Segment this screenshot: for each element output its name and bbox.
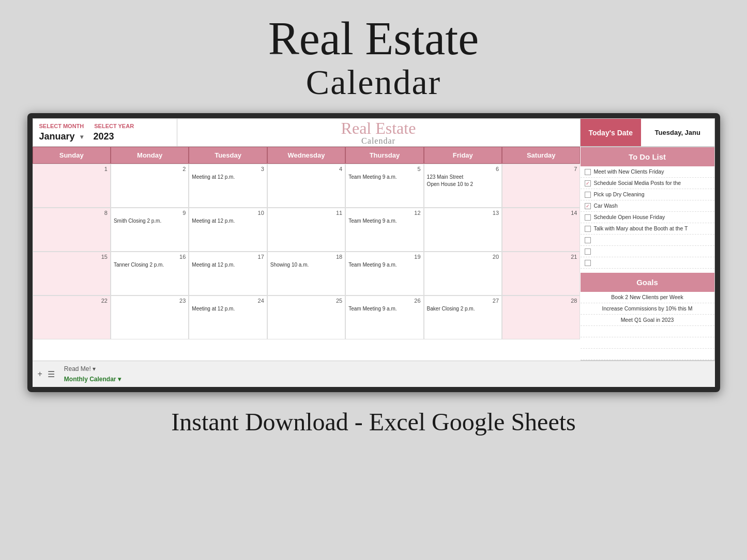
cal-cell-1-6[interactable]: 14 [502,208,580,252]
goal-item-5[interactable] [581,349,714,360]
header-labels-row: SELECT MONTH SELECT YEAR [39,123,171,129]
calendar-weeks: 123Meeting at 12 p.m.45Team Meeting 9 a.… [33,164,581,339]
date-number: 3 [192,166,264,172]
month-dropdown-arrow[interactable]: ▾ [80,133,83,141]
select-month-label: SELECT MONTH [39,123,84,129]
cal-cell-0-1[interactable]: 2 [111,164,189,208]
month-value[interactable]: January [39,131,75,142]
calendar-event[interactable]: Open House 10 to 2 [427,181,499,188]
cal-cell-0-2[interactable]: 3Meeting at 12 p.m. [189,164,267,208]
spreadsheet-inner: SELECT MONTH SELECT YEAR January ▾ 2023 … [33,118,715,387]
todo-item-8[interactable] [581,257,714,269]
calendar-event[interactable]: Showing 10 a.m. [270,261,342,269]
year-value[interactable]: 2023 [94,131,114,142]
cal-cell-0-4[interactable]: 5Team Meeting 9 a.m. [345,164,423,208]
tab-item-1[interactable]: Monthly Calendar ▾ [60,374,125,384]
calendar-event[interactable]: Meeting at 12 p.m. [192,261,264,269]
todo-item-3[interactable]: ✓Car Wash [581,200,714,212]
cal-cell-2-2[interactable]: 17Meeting at 12 p.m. [189,252,267,295]
todo-checkbox-6[interactable] [585,237,591,243]
cal-cell-0-3[interactable]: 4 [267,164,345,208]
cal-cell-1-3[interactable]: 11 [267,208,345,252]
cal-cell-3-3[interactable]: 25 [267,295,345,339]
calendar-event[interactable]: Meeting at 12 p.m. [192,305,264,313]
date-number: 8 [36,210,108,216]
todo-checkbox-2[interactable] [585,192,591,198]
todo-checkbox-8[interactable] [585,260,591,266]
cal-cell-0-5[interactable]: 6123 Main StreetOpen House 10 to 2 [424,164,502,208]
goal-item-3[interactable] [581,326,714,337]
cal-cell-2-4[interactable]: 19Team Meeting 9 a.m. [345,252,423,295]
cal-cell-1-1[interactable]: 9Smith Closing 2 p.m. [111,208,189,252]
tab-dropdown-arrow-1[interactable]: ▾ [118,376,121,383]
cal-cell-1-2[interactable]: 10Meeting at 12 p.m. [189,208,267,252]
goal-item-0[interactable]: Book 2 New Clients per Week [581,292,714,303]
top-header: SELECT MONTH SELECT YEAR January ▾ 2023 … [33,118,715,147]
cal-cell-2-5[interactable]: 20 [424,252,502,295]
date-number: 10 [192,210,264,216]
calendar-event[interactable]: Meeting at 12 p.m. [192,174,264,181]
todo-item-7[interactable] [581,246,714,257]
todo-item-1[interactable]: ✓Schedule Social Media Posts for the [581,178,714,189]
date-number: 6 [427,166,499,172]
cal-cell-3-2[interactable]: 24Meeting at 12 p.m. [189,295,267,339]
cal-cell-1-0[interactable]: 8 [33,208,111,252]
todo-item-2[interactable]: Pick up Dry Cleaning [581,189,714,200]
goal-item-1[interactable]: Increase Commissions by 10% this M [581,303,714,315]
cal-cell-2-3[interactable]: 18Showing 10 a.m. [267,252,345,295]
calendar-event[interactable]: Team Meeting 9 a.m. [348,217,420,225]
date-number: 20 [427,254,499,260]
calendar-event[interactable]: 123 Main Street [427,174,499,181]
select-year-label: SELECT YEAR [94,123,134,129]
todo-checkbox-7[interactable] [585,248,591,255]
todo-item-6[interactable] [581,235,714,246]
cal-cell-3-1[interactable]: 23 [111,295,189,339]
cal-cell-3-4[interactable]: 26Team Meeting 9 a.m. [345,295,423,339]
calendar-event[interactable]: Team Meeting 9 a.m. [348,305,420,313]
cal-cell-3-5[interactable]: 27Baker Closing 2 p.m. [424,295,502,339]
goal-item-4[interactable] [581,337,714,349]
tab-dropdown-arrow-0[interactable]: ▾ [93,365,96,372]
goal-item-2[interactable]: Meet Q1 Goal in 2023 [581,315,714,326]
tab-menu-icon[interactable]: ☰ [48,369,55,379]
calendar-event[interactable]: Meeting at 12 p.m. [192,217,264,225]
tab-item-0[interactable]: Read Me! ▾ [60,364,125,374]
todo-checkbox-3[interactable]: ✓ [585,203,591,209]
calendar-event[interactable]: Baker Closing 2 p.m. [427,305,499,313]
cal-cell-1-4[interactable]: 12Team Meeting 9 a.m. [345,208,423,252]
todo-checkbox-1[interactable]: ✓ [585,180,591,186]
date-number: 13 [427,210,499,216]
date-number: 23 [114,298,186,304]
add-tab-button[interactable]: + [38,369,42,379]
tab-items-container: Read Me! ▾Monthly Calendar ▾ [60,364,125,384]
day-header-thursday: Thursday [345,147,423,164]
todo-checkbox-4[interactable] [585,214,591,221]
main-area: SundayMondayTuesdayWednesdayThursdayFrid… [33,147,715,361]
calendar-event[interactable]: Team Meeting 9 a.m. [348,261,420,269]
date-number: 17 [192,254,264,260]
calendar-event[interactable]: Tanner Closing 2 p.m. [114,261,186,269]
cal-cell-2-6[interactable]: 21 [502,252,580,295]
date-number: 25 [270,298,342,304]
cal-cell-2-0[interactable]: 15 [33,252,111,295]
day-header-sunday: Sunday [33,147,111,164]
date-number: 19 [348,254,420,260]
todo-item-0[interactable]: Meet with New Clients Friday [581,166,714,178]
cal-cell-1-5[interactable]: 13 [424,208,502,252]
header-values-row: January ▾ 2023 [39,129,171,142]
cal-cell-3-0[interactable]: 22 [33,295,111,339]
todo-text-3: Car Wash [594,203,618,209]
calendar-event[interactable]: Smith Closing 2 p.m. [114,217,186,225]
cal-cell-3-6[interactable]: 28 [502,295,580,339]
todo-checkbox-5[interactable] [585,226,591,232]
tab-bar: + ☰ Read Me! ▾Monthly Calendar ▾ [33,361,715,387]
calendar-event[interactable]: Team Meeting 9 a.m. [348,174,420,181]
title-serif: Calendar [0,62,747,103]
todo-checkbox-0[interactable] [585,169,591,175]
todo-text-2: Pick up Dry Cleaning [594,191,645,197]
todo-item-5[interactable]: Talk with Mary about the Booth at the T [581,223,714,235]
cal-cell-2-1[interactable]: 16Tanner Closing 2 p.m. [111,252,189,295]
cal-cell-0-0[interactable]: 1 [33,164,111,208]
todo-item-4[interactable]: Schedule Open House Friday [581,212,714,223]
cal-cell-0-6[interactable]: 7 [502,164,580,208]
